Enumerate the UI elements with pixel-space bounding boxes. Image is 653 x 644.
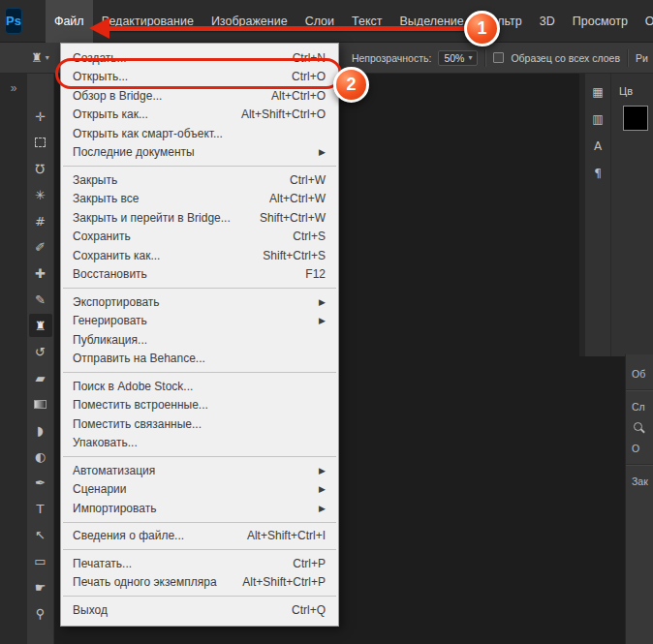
menu-item-export[interactable]: Экспортировать▶ xyxy=(61,292,338,312)
menubar-layers[interactable]: Слои xyxy=(296,0,343,43)
menu-separator xyxy=(63,456,336,457)
menu-item-place-linked[interactable]: Поместить связанные... xyxy=(61,414,338,434)
tool-clone-stamp[interactable]: ♜ xyxy=(29,314,52,337)
menu-item-search-adobe-stock[interactable]: Поиск в Adobe Stock... xyxy=(61,377,338,396)
menu-item-label: Генерировать xyxy=(73,314,147,327)
annotation-step-1-badge: 1 xyxy=(464,11,500,46)
menu-item-open-as[interactable]: Открыть как...Alt+Shift+Ctrl+O xyxy=(61,106,338,125)
menu-item-print[interactable]: Печатать...Ctrl+P xyxy=(61,554,338,573)
menu-item-label: Сохранить как... xyxy=(73,249,160,262)
tool-crop[interactable]: # xyxy=(29,209,52,232)
tool-dodge[interactable]: ◐ xyxy=(29,445,52,468)
tool-pen[interactable]: ✒ xyxy=(29,471,52,494)
menu-item-close[interactable]: ЗакрытьCtrl+W xyxy=(61,170,338,190)
opacity-select[interactable]: 50% ▾ xyxy=(438,50,478,66)
menu-item-file-info[interactable]: Сведения о файле...Alt+Shift+Ctrl+I xyxy=(61,527,338,546)
menubar-select[interactable]: Выделение xyxy=(391,0,473,43)
menu-item-shortcut: Ctrl+S xyxy=(293,230,326,243)
quick-selection-icon: ✳ xyxy=(35,188,46,202)
menu-item-label: Открыть как... xyxy=(73,107,148,121)
menu-item-shortcut: Alt+Shift+Ctrl+O xyxy=(241,107,326,121)
menu-item-open-as-smart-object[interactable]: Открыть как смарт-объект... xyxy=(61,124,338,143)
search-icon[interactable] xyxy=(634,422,642,431)
tool-eyedropper[interactable]: ✐ xyxy=(29,235,52,259)
eyedropper-icon: ✐ xyxy=(35,240,46,255)
menubar-3d[interactable]: 3D xyxy=(531,0,564,43)
tool-zoom[interactable]: ⚲ xyxy=(29,601,52,625)
collapse-panels-icon[interactable]: » xyxy=(11,81,17,95)
menu-item-shortcut: Alt+Shift+Ctrl+I xyxy=(247,529,326,542)
tool-move[interactable]: ✛ xyxy=(29,105,52,128)
menu-item-automate[interactable]: Автоматизация▶ xyxy=(61,461,338,480)
menu-item-close-all[interactable]: Закрыть всеAlt+Ctrl+W xyxy=(61,190,338,209)
panel-tab-fragment[interactable]: Сл xyxy=(632,401,653,413)
tool-brush[interactable]: ✎ xyxy=(29,288,52,311)
tool-blur[interactable]: ◗ xyxy=(29,418,52,442)
clone-stamp-icon: ♜ xyxy=(35,319,47,333)
menubar-type[interactable]: Текст xyxy=(343,0,390,43)
menu-item-generate[interactable]: Генерировать▶ xyxy=(61,312,338,331)
tool-hand[interactable]: ☛ xyxy=(29,575,52,598)
tool-history-brush[interactable]: ↺ xyxy=(29,340,52,363)
tool-lasso[interactable]: ℧ xyxy=(29,157,52,180)
menu-item-close-and-go-to-bridge[interactable]: Закрыть и перейти в Bridge...Shift+Ctrl+… xyxy=(61,208,338,228)
menubar-view[interactable]: Просмотр xyxy=(564,0,637,43)
menu-item-label: Восстановить xyxy=(73,267,147,281)
blur-icon: ◗ xyxy=(37,423,44,438)
path-selection-icon: ↖ xyxy=(35,528,46,542)
adjustments-panel-icon[interactable]: ▥ xyxy=(592,112,603,126)
color-panel-title: Цв xyxy=(619,85,633,97)
eraser-icon: ▰ xyxy=(36,371,46,385)
menu-item-shortcut: Ctrl+P xyxy=(293,557,326,570)
tool-eraser[interactable]: ▰ xyxy=(29,366,52,389)
tool-path-selection[interactable]: ↖ xyxy=(29,523,52,546)
menu-item-label: Последние документы xyxy=(73,145,195,159)
opacity-value: 50% xyxy=(444,52,464,64)
menubar-file[interactable]: Файл xyxy=(46,0,93,43)
menu-item-label: Отправить на Behance... xyxy=(73,352,205,365)
move-icon: ✛ xyxy=(35,109,46,124)
dodge-icon: ◐ xyxy=(35,449,46,464)
menu-item-send-to-behance[interactable]: Отправить на Behance... xyxy=(61,350,338,369)
menu-item-save[interactable]: СохранитьCtrl+S xyxy=(61,228,338,247)
menu-item-label: Поместить встроенные... xyxy=(73,398,208,412)
menu-item-revert[interactable]: ВосстановитьF12 xyxy=(61,265,338,285)
menu-item-exit[interactable]: ВыходCtrl+Q xyxy=(61,600,338,620)
panel-divider xyxy=(626,464,653,466)
tool-quick-selection[interactable]: ✳ xyxy=(29,183,52,206)
menu-item-import[interactable]: Импортировать▶ xyxy=(61,499,338,518)
tool-preset-picker[interactable]: ♜ ▾ xyxy=(31,50,49,65)
sample-all-layers-checkbox[interactable] xyxy=(493,52,504,63)
menu-item-shortcut: Ctrl+W xyxy=(290,173,326,187)
menu-item-label: Сценарии xyxy=(73,482,126,496)
tool-shape[interactable]: ▭ xyxy=(29,549,52,572)
menu-item-place-embedded[interactable]: Поместить встроенные... xyxy=(61,396,338,415)
menu-item-label: Экспортировать xyxy=(73,295,160,309)
menubar-image[interactable]: Изображение xyxy=(202,0,296,43)
menu-item-label: Поиск в Adobe Stock... xyxy=(73,380,193,393)
tool-spot-healing-brush[interactable]: ✚ xyxy=(29,261,52,285)
menu-item-recent-files[interactable]: Последние документы▶ xyxy=(61,143,338,163)
menu-item-print-one-copy[interactable]: Печать одного экземпляраAlt+Shift+Ctrl+P xyxy=(61,573,338,593)
menu-item-package[interactable]: Упаковать... xyxy=(61,434,338,453)
menu-separator xyxy=(63,288,336,289)
menu-item-label: Открыть как смарт-объект... xyxy=(73,127,223,140)
tool-gradient[interactable] xyxy=(29,392,52,415)
menu-separator xyxy=(63,549,336,550)
menu-item-share[interactable]: Публикация... xyxy=(61,330,338,350)
menu-item-label: Импортировать xyxy=(73,502,156,515)
menu-item-label: Закрыть и перейти в Bridge... xyxy=(73,211,231,225)
gradient-icon xyxy=(34,400,47,409)
character-panel-icon[interactable]: А xyxy=(594,139,602,153)
left-edge-strip: » xyxy=(0,74,27,644)
swatches-panel-icon[interactable]: ▦ xyxy=(592,85,603,99)
menubar-window[interactable]: Окно xyxy=(637,0,653,43)
foreground-color-swatch[interactable] xyxy=(623,106,648,131)
tool-rectangular-marquee[interactable] xyxy=(29,131,52,154)
menu-item-save-as[interactable]: Сохранить как...Shift+Ctrl+S xyxy=(61,246,338,265)
menu-item-label: Выход xyxy=(73,603,108,617)
tool-type[interactable]: T xyxy=(29,497,52,520)
paragraph-panel-icon[interactable]: ¶ xyxy=(594,167,602,180)
menu-item-scripts[interactable]: Сценарии▶ xyxy=(61,480,338,500)
menu-item-label: Закрыть xyxy=(73,173,117,187)
